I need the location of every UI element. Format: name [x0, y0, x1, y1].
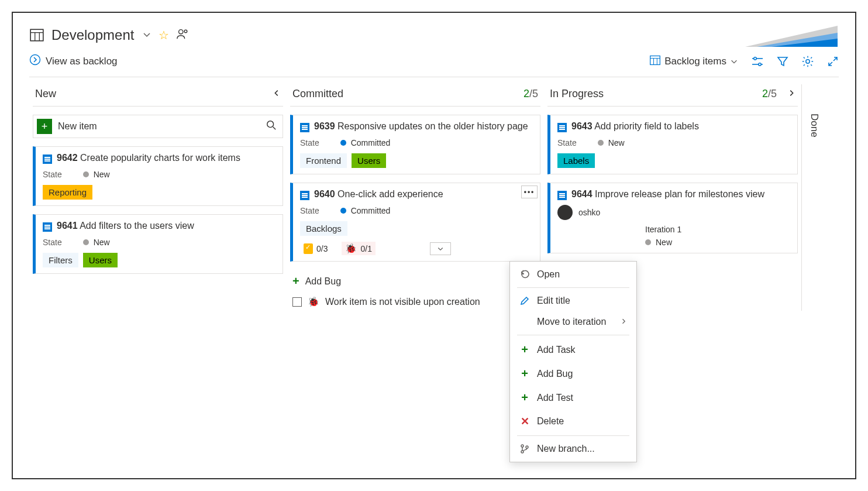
card-actions-button[interactable]: •••	[521, 186, 538, 198]
column-count: 2/5	[523, 88, 538, 100]
card-9640[interactable]: ••• 9640 One-click add experience State …	[290, 183, 540, 262]
plus-icon: +	[37, 119, 52, 134]
tag-users[interactable]: Users	[83, 253, 118, 267]
open-icon	[519, 270, 530, 279]
divider	[29, 77, 839, 77]
pencil-icon	[519, 296, 530, 305]
svg-line-20	[273, 127, 276, 130]
tasks-count: 0/3	[316, 244, 328, 253]
menu-label: Delete	[537, 416, 564, 427]
plus-icon: +	[292, 274, 299, 288]
tag-frontend[interactable]: Frontend	[300, 153, 347, 168]
column-count: 2/5	[762, 88, 777, 100]
tag-users[interactable]: Users	[352, 153, 386, 168]
menu-label: Open	[537, 269, 560, 280]
tag-labels[interactable]: Labels	[557, 153, 595, 168]
menu-open[interactable]: Open	[510, 264, 636, 285]
column-header-new: New	[33, 84, 283, 107]
card-9639[interactable]: 9639 Responsive updates on the older his…	[290, 115, 540, 174]
svg-point-17	[759, 63, 761, 65]
assignee-name: oshko	[578, 208, 600, 217]
child-work-item[interactable]: 🐞 Work item is not visible upon creation	[290, 293, 540, 311]
card-id: 9644	[571, 189, 593, 199]
tag-filters[interactable]: Filters	[43, 253, 78, 267]
column-new: New + New item 9642 Create popularity ch…	[29, 84, 287, 311]
menu-label: New branch...	[537, 444, 595, 454]
backlog-level-selector[interactable]: Backlog items	[649, 54, 738, 68]
menu-add-task[interactable]: + Add Task	[510, 338, 636, 362]
menu-add-test[interactable]: + Add Test	[510, 386, 636, 410]
add-bug-inline-button[interactable]: + Add Bug	[290, 270, 540, 293]
svg-point-21	[521, 445, 523, 447]
card-id: 9641	[57, 221, 78, 231]
menu-new-branch[interactable]: New branch...	[510, 438, 636, 459]
column-done-collapsed[interactable]: Done	[801, 84, 826, 311]
new-item-label: New item	[58, 121, 97, 132]
board-small-icon	[649, 54, 661, 68]
menu-add-bug[interactable]: + Add Bug	[510, 362, 636, 386]
plus-icon: +	[519, 391, 530, 404]
chevron-down-icon[interactable]	[142, 30, 151, 41]
state-value: Committed	[351, 206, 391, 215]
avatar	[557, 205, 573, 220]
state-value: Committed	[351, 138, 391, 147]
svg-point-9	[30, 55, 40, 65]
new-item-button[interactable]: + New item	[33, 115, 283, 138]
tasks-badge[interactable]: 0/3	[300, 242, 331, 255]
settings-button[interactable]	[801, 55, 814, 68]
svg-point-4	[179, 29, 183, 33]
card-9642[interactable]: 9642 Create popularity charts for work i…	[33, 146, 283, 206]
card-context-menu: Open Edit title Move to iteration + Add …	[509, 261, 637, 462]
tag-backlogs[interactable]: Backlogs	[300, 221, 347, 236]
svg-point-23	[526, 446, 528, 448]
work-item-icon	[300, 123, 309, 132]
fullscreen-button[interactable]	[827, 56, 839, 67]
collapse-right-icon[interactable]	[787, 89, 795, 99]
column-title: In Progress	[550, 88, 604, 100]
menu-separator	[517, 435, 629, 436]
state-field-label: State	[557, 138, 577, 147]
svg-point-19	[267, 121, 274, 128]
menu-edit-title[interactable]: Edit title	[510, 290, 636, 311]
team-members-icon[interactable]	[176, 28, 189, 43]
checkbox[interactable]	[292, 297, 302, 307]
card-9643[interactable]: 9643 Add priority field to labels State …	[547, 115, 798, 174]
add-bug-label: Add Bug	[305, 276, 341, 287]
card-title: Add priority field to labels	[594, 121, 699, 131]
state-value: New	[608, 138, 625, 147]
work-item-icon	[557, 191, 567, 200]
state-field-label: State	[300, 138, 319, 147]
state-value: New	[94, 238, 110, 247]
expand-children-button[interactable]	[430, 242, 451, 255]
state-field-label: State	[43, 238, 62, 247]
view-options-button[interactable]	[751, 56, 764, 67]
cumulative-flow-chart[interactable]	[739, 21, 839, 49]
state-dot-icon	[83, 171, 89, 177]
board-title[interactable]: Development	[51, 27, 134, 43]
svg-point-22	[521, 451, 523, 453]
backlog-level-label: Backlog items	[664, 56, 726, 67]
plus-icon: +	[519, 343, 530, 356]
column-header-in-progress: In Progress 2/5	[547, 84, 798, 107]
bugs-badge[interactable]: 🐞0/1	[342, 242, 375, 255]
collapse-left-icon[interactable]	[273, 89, 281, 99]
work-item-icon	[43, 154, 52, 164]
work-item-icon	[557, 123, 567, 132]
favorite-star-icon[interactable]: ☆	[159, 28, 169, 42]
card-9641[interactable]: 9641 Add filters to the users view State…	[33, 214, 283, 274]
arrow-right-circle-icon	[29, 54, 41, 68]
card-title: Improve release plan for milestones view	[595, 189, 764, 199]
menu-delete[interactable]: ✕ Delete	[510, 410, 636, 433]
view-as-backlog-button[interactable]: View as backlog	[29, 54, 118, 68]
tag-reporting[interactable]: Reporting	[43, 185, 92, 200]
search-icon[interactable]	[266, 120, 277, 133]
header: Development ☆	[13, 13, 855, 49]
card-9644[interactable]: 9644 Improve release plan for milestones…	[547, 183, 798, 253]
task-icon	[304, 243, 313, 254]
bug-icon: 🐞	[308, 296, 319, 307]
menu-move-iteration[interactable]: Move to iteration	[510, 311, 636, 332]
state-dot-icon	[340, 140, 346, 146]
filter-button[interactable]	[777, 56, 788, 67]
work-item-icon	[300, 191, 309, 200]
bugs-count: 0/1	[360, 244, 371, 253]
